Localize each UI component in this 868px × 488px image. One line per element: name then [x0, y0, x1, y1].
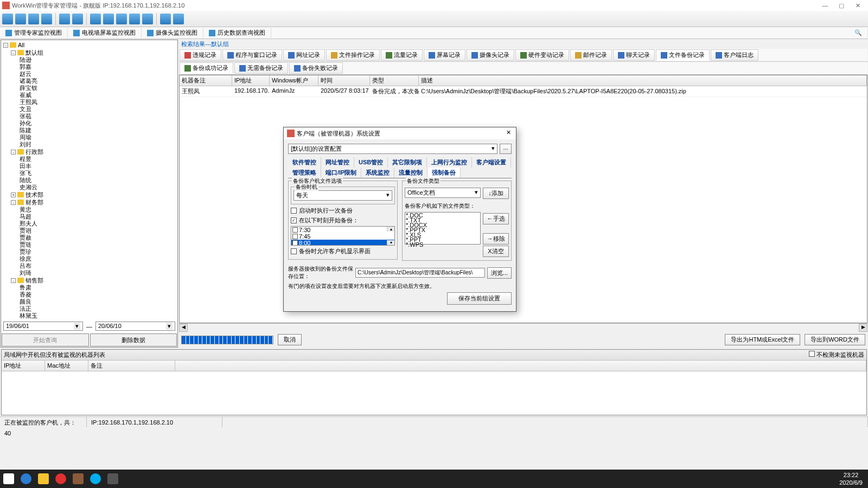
dtab-2[interactable]: USB管控	[354, 157, 388, 168]
recordtab-9[interactable]: 聊天记录	[613, 49, 655, 61]
windows-taskbar[interactable]: 23:222020/6/9	[0, 470, 868, 488]
recordtab-5[interactable]: 屏幕记录	[424, 49, 465, 61]
toolbar-btn-11[interactable]	[142, 14, 153, 24]
edge-icon[interactable]	[17, 470, 35, 487]
viewtab-monitor[interactable]: 管理专家监控视图	[0, 28, 68, 38]
toolbar-btn-2[interactable]	[15, 14, 26, 24]
toolbar-btn-10[interactable]	[129, 14, 140, 24]
viewtab-history[interactable]: 历史数据查询视图	[203, 28, 271, 38]
filetype-select[interactable]: Office文档▾	[405, 188, 481, 198]
opera-icon[interactable]	[52, 470, 69, 487]
app-icon	[2, 2, 10, 9]
record-tabs: 违规记录程序与窗口记录网址记录文件操作记录流量记录屏幕记录摄像头记录硬件变动记录…	[179, 49, 867, 62]
dtab-10[interactable]: 强制备份	[427, 168, 461, 178]
dtab-4[interactable]: 上网行为监控	[427, 157, 472, 168]
toolbar-btn-4[interactable]	[41, 14, 52, 24]
dialog-title: 客户端（被管理机器）系统设置	[297, 130, 380, 138]
no-detect-checkbox[interactable]: 不检测未监视机器	[816, 351, 864, 358]
date-to-input[interactable]: 20/06/10▾	[95, 322, 175, 331]
config-more-button[interactable]: ...	[500, 144, 512, 154]
recordtab-6[interactable]: 摄像头记录	[467, 49, 514, 61]
toolbar-btn-7[interactable]	[90, 14, 101, 24]
bottom-title: 局域网中开机但没有被监视的机器列表	[4, 351, 105, 359]
save-settings-button[interactable]: 保存当前组设置	[447, 292, 512, 305]
subtab-0[interactable]: 备份成功记录	[180, 62, 233, 74]
dtab-9[interactable]: 流量控制	[394, 168, 427, 178]
left-panel: -All-默认组陆逊郭嘉赵云诸葛亮薛宝钗崔威王熙凤文丑张苞孙化陈建周瑜刘封-行政…	[1, 40, 178, 348]
backup-path-input[interactable]: C:\Users\AdminJz\Desktop\管理端\BackupFiles…	[355, 268, 485, 278]
dtab-0[interactable]: 软件管控	[288, 157, 321, 168]
start-query-button[interactable]: 开始查询	[2, 333, 89, 346]
search-result-label: 检索结果---默认组	[179, 40, 867, 49]
recordtab-2[interactable]: 网址记录	[283, 49, 325, 61]
explorer-icon[interactable]	[35, 470, 52, 487]
dtab-7[interactable]: 端口/IP限制	[321, 168, 361, 178]
close-button[interactable]: ✕	[850, 2, 866, 9]
status-bar: 正在被监控的客户机，共：40 IP:192.168.170.1,192.168.…	[0, 416, 868, 427]
recordtab-11[interactable]: 客户端日志	[711, 49, 758, 61]
window-title: WorkWin管理专家管理端 - 旗舰版 IP:192.168.170.1,19…	[12, 2, 817, 10]
viewtab-tvwall[interactable]: 电视墙屏幕监控视图	[68, 28, 142, 38]
monitor-icon	[5, 30, 12, 36]
recordtab-8[interactable]: 邮件记录	[570, 49, 612, 61]
show-client-ui-checkbox[interactable]: 备份时允许客户机显示界面	[291, 247, 395, 255]
remove-button[interactable]: →移除	[483, 233, 509, 245]
view-tabs: 管理专家监控视图 电视墙屏幕监控视图 摄像头监控视图 历史数据查询视图 🔍	[0, 27, 868, 39]
bottom-panel: 局域网中开机但没有被监视的机器列表 不检测未监视机器 IP地址Mac地址备注	[1, 349, 867, 415]
cancel-button[interactable]: 取消	[278, 334, 302, 345]
recordtab-3[interactable]: 文件操作记录	[326, 49, 380, 61]
toolbar-btn-8[interactable]	[103, 14, 114, 24]
minimize-button[interactable]: —	[817, 2, 833, 9]
paint-icon[interactable]	[104, 470, 122, 487]
toolbar-btn-12[interactable]	[160, 14, 171, 24]
dtab-3[interactable]: 其它限制项	[388, 157, 427, 168]
client-tree[interactable]: -All-默认组陆逊郭嘉赵云诸葛亮薛宝钗崔威王熙凤文丑张苞孙化陈建周瑜刘封-行政…	[1, 40, 177, 319]
browse-button[interactable]: 浏览...	[487, 267, 512, 279]
recordtab-10[interactable]: 文件备份记录	[656, 49, 710, 61]
backup-time-list[interactable]: 7:30 7:45 ✓8:00 ▴▾	[291, 226, 395, 246]
toolbar-btn-1[interactable]	[2, 14, 13, 24]
backup-on-start-checkbox[interactable]: 启动时执行一次备份	[291, 207, 395, 215]
toolbar-btn-5[interactable]	[59, 14, 70, 24]
dialog-close-button[interactable]: ✕	[504, 129, 513, 138]
titlebar: WorkWin管理专家管理端 - 旗舰版 IP:192.168.170.1,19…	[0, 0, 868, 11]
search-icon[interactable]: 🔍	[849, 28, 868, 37]
toolbar-btn-9[interactable]	[116, 14, 127, 24]
handpick-button[interactable]: ←手选	[483, 213, 509, 224]
dialog-icon	[287, 130, 295, 137]
recordtab-1[interactable]: 程序与窗口记录	[222, 49, 282, 61]
subtab-1[interactable]: 无需备份记录	[234, 62, 288, 74]
system-clock[interactable]: 23:222020/6/9	[834, 471, 868, 486]
main-toolbar	[0, 11, 868, 27]
dtab-1[interactable]: 网址管控	[321, 157, 354, 168]
config-group-select[interactable]: [默认组]的设置配置▾	[288, 144, 497, 154]
dtab-6[interactable]: 管理策略	[288, 168, 321, 178]
export-html-button[interactable]: 导出为HTM或Excel文件	[725, 334, 800, 345]
grid-hscrollbar[interactable]: ◀▶	[179, 323, 867, 332]
skype-icon[interactable]	[87, 470, 104, 487]
settings-dialog: 客户端（被管理机器）系统设置 ✕ [默认组]的设置配置▾ ... 软件管控网址管…	[283, 127, 516, 312]
recordtab-7[interactable]: 硬件变动记录	[515, 49, 569, 61]
delete-data-button[interactable]: 删除数据	[90, 333, 177, 346]
filetype-list[interactable]: *.DOC*.TXT*.DOCX*.PPTX*.XLS*.PPT*.WPS	[405, 212, 481, 245]
recordtab-0[interactable]: 违规记录	[180, 49, 221, 61]
data-grid[interactable]: 机器备注IP地址Windows帐户时间类型描述 王熙凤192.168.170.1…	[179, 75, 867, 323]
export-word-button[interactable]: 导出到WORD文件	[805, 334, 865, 345]
viewtab-camera[interactable]: 摄像头监控视图	[142, 28, 203, 38]
dtab-5[interactable]: 客户端设置	[472, 157, 511, 168]
toolbar-btn-13[interactable]	[173, 14, 184, 24]
clear-button[interactable]: X清空	[483, 246, 509, 257]
start-button[interactable]	[0, 470, 17, 487]
dtab-8[interactable]: 系统监控	[361, 168, 394, 178]
add-button[interactable]: ↓添加	[483, 188, 509, 199]
maximize-button[interactable]: ▢	[833, 2, 850, 9]
backup-at-time-checkbox[interactable]: ✓在以下时刻开始备份：	[291, 216, 395, 224]
subtab-2[interactable]: 备份失败记录	[289, 62, 343, 74]
date-from-input[interactable]: 19/06/01▾	[3, 322, 83, 331]
recordtab-4[interactable]: 流量记录	[381, 49, 423, 61]
backup-when-select[interactable]: 每天▾	[293, 190, 392, 201]
toolbar-btn-3[interactable]	[28, 14, 39, 24]
app-task-icon[interactable]	[69, 470, 87, 487]
toolbar-btn-6[interactable]	[72, 14, 83, 24]
tvwall-icon	[73, 30, 80, 36]
